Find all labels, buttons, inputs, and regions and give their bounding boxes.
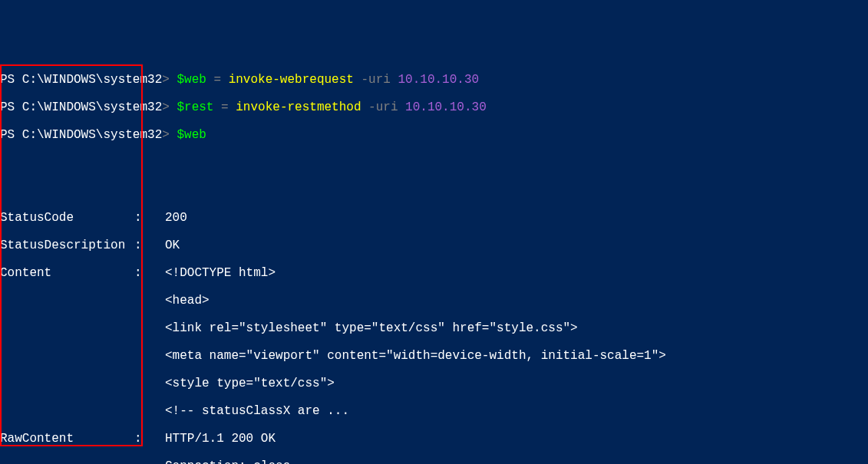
colon: : — [134, 266, 165, 280]
statusdesc-value: OK — [165, 239, 180, 252]
terminal-output[interactable]: PS C:\WINDOWS\system32> $web = invoke-we… — [0, 59, 868, 464]
prompt-2: PS C:\WINDOWS\system32 — [0, 100, 162, 114]
prompt-gt-1: > — [162, 73, 177, 87]
colon: : — [134, 432, 165, 446]
content-value-5: <style type="text/css"> — [165, 377, 335, 390]
prompt-gt-3: > — [162, 128, 177, 142]
prompt-3: PS C:\WINDOWS\system32 — [0, 128, 162, 142]
colon: : — [134, 211, 165, 225]
content-value-4: <meta name="viewport" content="width=dev… — [165, 349, 666, 363]
statusdesc-label: StatusDescription — [0, 239, 134, 252]
param-1: -uri — [354, 73, 398, 87]
arg-1: 10.10.10.30 — [398, 73, 480, 87]
content-value-1: <!DOCTYPE html> — [165, 266, 276, 280]
content-label: Content — [0, 266, 134, 280]
content-value-3: <link rel="stylesheet" type="text/css" h… — [165, 321, 578, 335]
var-1: $web — [177, 73, 206, 87]
cmdlet-2: invoke-restmethod — [236, 100, 361, 114]
statuscode-value: 200 — [165, 211, 187, 225]
colon: : — [134, 239, 165, 252]
eq-2: = — [213, 100, 236, 114]
content-value-2: <head> — [165, 294, 210, 308]
content-value-6: <!-- statusClassX are ... — [165, 404, 349, 418]
rawcontent-value-2: Connection: close — [165, 459, 290, 464]
prompt-1: PS C:\WINDOWS\system32 — [0, 73, 162, 87]
var-3: $web — [177, 128, 206, 142]
rawcontent-value-1: HTTP/1.1 200 OK — [165, 432, 276, 446]
rawcontent-label: RawContent — [0, 432, 134, 446]
arg-2: 10.10.10.30 — [405, 100, 487, 114]
eq-1: = — [206, 73, 229, 87]
statuscode-label: StatusCode — [0, 211, 134, 225]
var-2: $rest — [177, 100, 213, 114]
cmdlet-1: invoke-webrequest — [229, 73, 354, 87]
param-2: -uri — [361, 100, 406, 114]
prompt-gt-2: > — [162, 100, 177, 114]
